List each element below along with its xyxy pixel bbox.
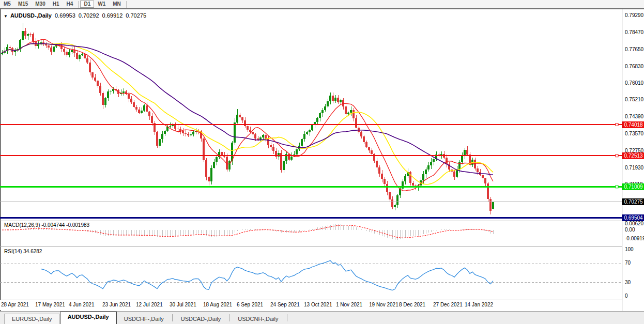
candle-body xyxy=(347,113,349,115)
candle-body xyxy=(355,118,357,128)
timeframe-button-m15[interactable]: M15 xyxy=(14,1,32,8)
candle-body xyxy=(14,51,16,52)
candle-body xyxy=(453,172,455,177)
timeframe-button-w1[interactable]: W1 xyxy=(94,1,109,8)
candle-body xyxy=(128,94,130,99)
candle-body xyxy=(84,54,86,58)
candle-body xyxy=(427,165,430,169)
rsi-line xyxy=(41,260,493,290)
candle-body xyxy=(352,110,355,118)
price-tick: 0.76010 xyxy=(625,80,643,86)
candle-body xyxy=(107,91,109,98)
timeframe-button-m5[interactable]: M5 xyxy=(0,1,14,8)
symbol-tab-usdchf[interactable]: USDCHF-,Daily xyxy=(117,314,171,324)
price-chart-canvas[interactable] xyxy=(0,9,622,311)
candle-body xyxy=(73,50,75,53)
price-tick: 0.76830 xyxy=(625,64,643,69)
candle-body xyxy=(169,126,171,127)
date-axis[interactable]: 28 Apr 202117 May 20214 Jun 202123 Jun 2… xyxy=(0,300,622,310)
candle-body xyxy=(249,130,251,132)
candle-body xyxy=(190,134,192,135)
candle-body xyxy=(66,52,68,54)
macd-axis-tick: -0.009197 xyxy=(625,236,644,241)
candle-body xyxy=(143,105,145,110)
candle-body xyxy=(363,136,365,142)
symbol-tab-usdcnh[interactable]: USDCNH-,Daily xyxy=(231,314,285,324)
rsi-axis-tick: 0 xyxy=(625,293,628,299)
candle-body xyxy=(81,54,83,55)
price-tick: 0.75210 xyxy=(625,97,643,102)
candle-body xyxy=(321,110,324,113)
candle-body xyxy=(332,96,334,101)
candle-body xyxy=(177,129,179,130)
symbol-tab-audusd[interactable]: AUDUSD-,Daily xyxy=(60,312,117,324)
moving-average-20 xyxy=(2,43,493,184)
separator-main-macd xyxy=(0,221,644,221)
timeframe-button-h1[interactable]: H1 xyxy=(49,1,63,8)
candle-body xyxy=(327,101,329,106)
candle-body xyxy=(94,78,96,81)
candle-body xyxy=(254,134,256,138)
candle-body xyxy=(303,134,305,139)
toolbar-separator xyxy=(126,1,127,8)
candle-body xyxy=(244,120,246,126)
rsi-axis-tick: 100 xyxy=(625,246,634,252)
date-tick-label: 24 Sep 2021 xyxy=(270,302,300,307)
candle-body xyxy=(104,98,106,105)
candle-body xyxy=(311,125,313,130)
chart-header: ▼AUDUSD-,Daily0.699530.702920.699120.702… xyxy=(4,12,146,19)
candle-body xyxy=(296,149,298,154)
price-tick: 0.78470 xyxy=(625,29,643,35)
candle-body xyxy=(161,134,163,140)
candle-body xyxy=(216,157,218,162)
price-axis[interactable]: 0.792900.784700.776500.768300.760100.752… xyxy=(622,9,644,311)
candle-body xyxy=(365,142,367,147)
candle-body xyxy=(477,168,479,172)
candle-body xyxy=(89,63,91,72)
candle-body xyxy=(404,176,406,181)
candle-body xyxy=(309,130,311,132)
candle-body xyxy=(482,175,484,179)
candle-body xyxy=(376,161,378,167)
candle-body xyxy=(396,195,398,205)
candle-body xyxy=(340,100,342,102)
candle-body xyxy=(159,139,161,146)
date-tick-label: 8 Dec 2021 xyxy=(399,302,425,307)
candle-body xyxy=(489,199,492,211)
candle-body xyxy=(440,154,442,156)
macd-axis-tick: 0.00 xyxy=(625,227,635,233)
date-tick-label: 6 Sep 2021 xyxy=(237,302,263,307)
candle-body xyxy=(110,91,112,91)
date-tick-label: 4 Jun 2021 xyxy=(69,302,95,307)
timeframe-button-mn[interactable]: MN xyxy=(109,1,125,8)
candle-body xyxy=(50,48,52,51)
candle-body xyxy=(203,138,205,160)
symbol-tabbar: EURUSD-,DailyAUDUSD-,DailyUSDCHF-,DailyU… xyxy=(0,311,644,324)
candle-body xyxy=(252,132,254,134)
candle-body xyxy=(182,131,184,133)
candle-body xyxy=(288,154,290,160)
symbol-title: AUDUSD-,Daily xyxy=(10,12,52,19)
ohlc-open: 0.69953 xyxy=(55,12,75,19)
candle-body xyxy=(24,31,26,36)
symbol-tab-eurusd[interactable]: EURUSD-,Daily xyxy=(4,314,60,324)
toolbar-separator xyxy=(78,1,79,8)
candle-body xyxy=(464,150,466,156)
price-tick: 0.71930 xyxy=(625,165,643,171)
candle-body xyxy=(412,183,414,186)
timeframe-button-d1[interactable]: D1 xyxy=(80,1,94,8)
rsi-axis-tick: 70 xyxy=(625,260,631,266)
expand-triangle-icon[interactable]: ▼ xyxy=(4,14,8,19)
candle-body xyxy=(334,98,336,101)
price-level-badge: 0.71009 xyxy=(622,183,644,190)
candle-body xyxy=(53,47,55,52)
line-anchor-handle xyxy=(616,124,618,126)
symbol-tab-usdcad[interactable]: USDCAD-,Daily xyxy=(174,314,228,324)
candle-body xyxy=(148,112,150,116)
timeframe-button-m30[interactable]: M30 xyxy=(32,1,49,8)
macd-label: MACD(12,26,9) -0.004744 -0.001983 xyxy=(4,222,89,228)
timeframe-button-h4[interactable]: H4 xyxy=(63,1,77,8)
price-tick: 0.73570 xyxy=(625,131,643,136)
date-tick-label: 30 Jul 2021 xyxy=(170,302,196,307)
timeframe-toolbar: M5M15M30H1H4D1W1MN xyxy=(0,0,644,9)
